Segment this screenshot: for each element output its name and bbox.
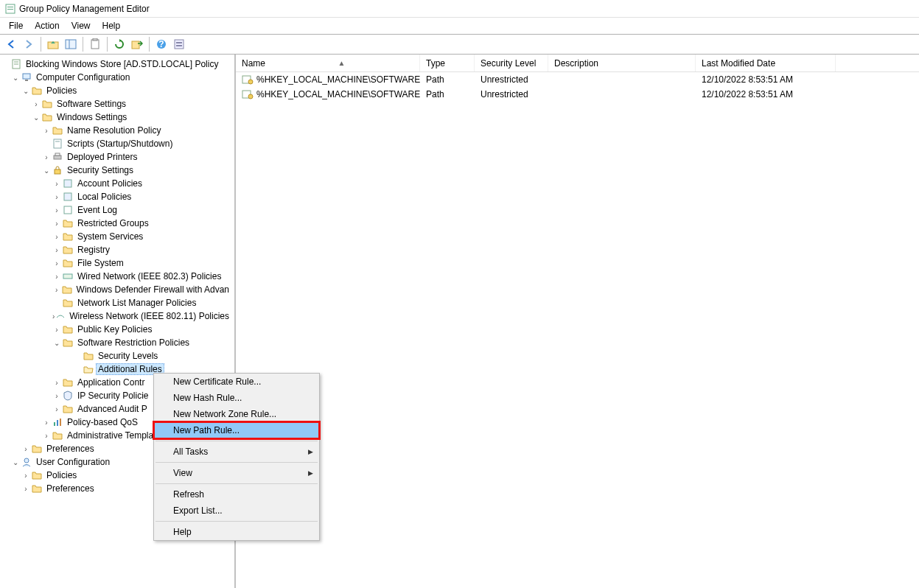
tree-registry[interactable]: ›Registry (0, 243, 234, 256)
col-security-level[interactable]: Security Level (475, 55, 548, 71)
tree-security-levels[interactable]: Security Levels (0, 349, 234, 363)
expand-icon[interactable]: › (52, 379, 62, 387)
printer-icon (52, 151, 63, 163)
list-panel[interactable]: Name▲ Type Security Level Description La… (236, 55, 919, 588)
expand-icon[interactable]: › (52, 259, 62, 267)
folder-icon (62, 244, 74, 256)
expand-icon[interactable]: › (21, 485, 31, 493)
expand-icon[interactable]: › (52, 220, 62, 228)
tree-windows-settings[interactable]: ⌄ Windows Settings (0, 111, 234, 124)
menu-file[interactable]: File (3, 19, 29, 32)
menu-view[interactable]: View (66, 19, 97, 32)
ctx-new-hash-rule[interactable]: New Hash Rule... (154, 390, 319, 406)
expand-icon[interactable]: › (52, 273, 62, 281)
tree-wireless-network[interactable]: ›Wireless Network (IEEE 802.11) Policies (0, 309, 234, 323)
expand-icon[interactable]: › (52, 392, 62, 400)
svg-rect-4 (66, 40, 76, 49)
rule-icon (242, 89, 254, 99)
col-name[interactable]: Name▲ (236, 55, 420, 71)
menu-action[interactable]: Action (29, 19, 65, 32)
list-header: Name▲ Type Security Level Description La… (236, 55, 919, 72)
ctx-new-path-rule[interactable]: New Path Rule... (154, 422, 319, 438)
expand-icon[interactable]: › (52, 180, 62, 188)
ctx-separator (156, 462, 318, 463)
expand-icon[interactable]: › (41, 419, 52, 427)
expand-icon[interactable]: › (31, 100, 41, 108)
export-button[interactable] (129, 36, 145, 52)
tree-deployed-printers[interactable]: › Deployed Printers (0, 150, 234, 164)
folder-icon (62, 403, 74, 415)
computer-icon (21, 71, 32, 83)
expand-icon[interactable]: › (52, 246, 62, 254)
menu-help[interactable]: Help (97, 19, 127, 32)
collapse-icon[interactable]: ⌄ (41, 167, 52, 175)
tree-account-policies[interactable]: ›Account Policies (0, 177, 234, 190)
tree-public-key-policies[interactable]: ›Public Key Policies (0, 323, 234, 336)
arrow-left-icon (6, 39, 16, 49)
col-last-modified[interactable]: Last Modified Date (696, 55, 836, 71)
expand-icon[interactable]: › (52, 286, 61, 294)
back-button[interactable] (3, 36, 19, 52)
list-row[interactable]: %HKEY_LOCAL_MACHINE\SOFTWARE\... Path Un… (236, 87, 919, 102)
tree-root-label: Blocking Windows Store [AD.STD.LOCAL] Po… (24, 59, 220, 69)
show-hide-tree-button[interactable] (63, 36, 79, 52)
tree-scripts[interactable]: Scripts (Startup/Shutdown) (0, 137, 234, 150)
ctx-separator (156, 483, 318, 484)
ctx-refresh[interactable]: Refresh (154, 486, 319, 503)
tree-software-settings[interactable]: › Software Settings (0, 97, 234, 111)
expand-icon[interactable]: › (21, 472, 31, 480)
expand-icon[interactable]: › (52, 206, 62, 214)
ctx-export-list[interactable]: Export List... (154, 503, 319, 519)
tree-computer-config[interactable]: ⌄ Computer Configuration (0, 71, 234, 84)
expand-icon[interactable]: › (52, 193, 62, 201)
expand-icon[interactable]: › (21, 445, 31, 453)
tree-system-services[interactable]: ›System Services (0, 230, 234, 243)
expand-icon[interactable]: › (41, 153, 52, 161)
tree-root[interactable]: Blocking Windows Store [AD.STD.LOCAL] Po… (0, 57, 234, 71)
tree-software-restriction-policies[interactable]: ⌄Software Restriction Policies (0, 336, 234, 349)
help-button[interactable]: ? (153, 36, 170, 52)
tree-policies[interactable]: ⌄ Policies (0, 84, 234, 97)
svg-rect-12 (176, 42, 182, 43)
expand-icon[interactable]: › (41, 432, 52, 440)
collapse-icon[interactable]: ⌄ (10, 74, 21, 82)
tree-windows-defender-firewall[interactable]: ›Windows Defender Firewall with Advan (0, 283, 234, 296)
up-button[interactable] (45, 36, 61, 52)
ctx-view[interactable]: View▶ (154, 465, 319, 481)
tree-network-list-manager[interactable]: Network List Manager Policies (0, 296, 234, 309)
ctx-new-network-zone-rule[interactable]: New Network Zone Rule... (154, 406, 319, 422)
collapse-icon[interactable]: ⌄ (10, 458, 21, 466)
tree-pane-icon (65, 39, 77, 49)
svg-text:?: ? (158, 39, 164, 49)
ctx-new-certificate-rule[interactable]: New Certificate Rule... (154, 374, 319, 390)
tree-local-policies[interactable]: ›Local Policies (0, 190, 234, 203)
expand-icon[interactable]: › (52, 326, 62, 334)
collapse-icon[interactable]: ⌄ (21, 87, 31, 95)
forward-button[interactable] (21, 36, 37, 52)
list-row[interactable]: %HKEY_LOCAL_MACHINE\SOFTWARE\... Path Un… (236, 72, 919, 87)
collapse-icon[interactable]: ⌄ (52, 339, 62, 347)
tree-file-system[interactable]: ›File System (0, 256, 234, 270)
svg-point-35 (248, 94, 253, 99)
tree-restricted-groups[interactable]: ›Restricted Groups (0, 217, 234, 230)
folder-icon (31, 443, 43, 455)
ctx-all-tasks[interactable]: All Tasks▶ (154, 444, 319, 460)
expand-icon[interactable]: › (41, 127, 52, 135)
svg-rect-2 (7, 9, 13, 10)
expand-icon[interactable]: › (52, 405, 62, 413)
ctx-help[interactable]: Help (154, 524, 319, 540)
properties-button[interactable] (171, 36, 187, 52)
col-type[interactable]: Type (420, 55, 475, 71)
collapse-icon[interactable]: ⌄ (31, 113, 41, 122)
tree-nrp[interactable]: › Name Resolution Policy (0, 124, 234, 137)
col-description[interactable]: Description (548, 55, 696, 71)
svg-rect-8 (132, 41, 139, 49)
main-area: Blocking Windows Store [AD.STD.LOCAL] Po… (0, 55, 919, 588)
refresh-button[interactable] (111, 36, 127, 52)
policy-icon (62, 191, 74, 203)
copy-button[interactable] (87, 36, 103, 52)
tree-wired-network[interactable]: ›Wired Network (IEEE 802.3) Policies (0, 270, 234, 283)
expand-icon[interactable]: › (52, 233, 62, 241)
tree-security-settings[interactable]: ⌄ Security Settings (0, 164, 234, 177)
tree-event-log[interactable]: ›Event Log (0, 203, 234, 217)
